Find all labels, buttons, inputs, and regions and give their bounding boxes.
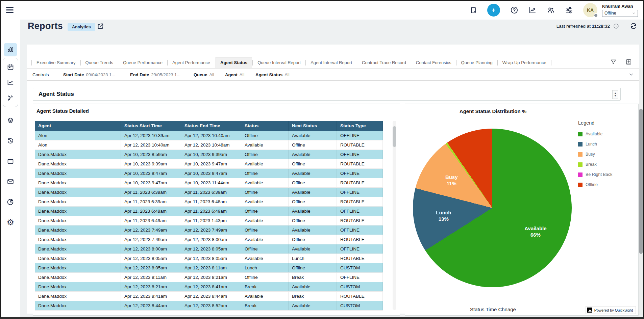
sidebar-item-calendar[interactable]: [4, 60, 17, 74]
table-cell: Offline: [241, 169, 289, 178]
sidebar-item-pie[interactable]: [4, 195, 17, 209]
column-header-status-type[interactable]: Status Type: [337, 121, 383, 131]
tab-agent-interval-report[interactable]: Agent Interval Report: [306, 57, 356, 68]
agent-status-pie-chart[interactable]: [413, 129, 572, 287]
sidebar-item-window[interactable]: [4, 155, 17, 168]
table-cell: Lunch: [289, 254, 337, 263]
users-icon[interactable]: [547, 6, 555, 14]
table-row[interactable]: AlonApr 12, 2023 10:39amApr 12, 2023 10:…: [35, 131, 383, 140]
column-header-status-end-time[interactable]: Status End Time: [181, 121, 241, 131]
bar-chart-icon: [7, 46, 14, 53]
controls-collapse-chevron-icon[interactable]: [628, 72, 634, 77]
table-row[interactable]: Dane.MaddoxApr 10, 2023 9:47amApr 10, 20…: [35, 178, 383, 188]
legend-swatch: [578, 152, 583, 157]
history-icon: [7, 137, 14, 145]
tab-agent-performance[interactable]: Agent Performance: [168, 57, 215, 68]
filter-agent-status[interactable]: Agent StatusAll: [255, 72, 290, 77]
table-cell: Dane.Maddox: [35, 159, 121, 168]
tab-contact-forensics[interactable]: Contact Forensics: [412, 57, 456, 68]
sidebar-item-design[interactable]: [4, 91, 17, 105]
table-row[interactable]: AlonApr 12, 2023 10:40amApr 12, 2023 10:…: [35, 140, 383, 150]
page-scrollbar-thumb[interactable]: [639, 109, 643, 254]
table-row[interactable]: Dane.MaddoxApr 11, 2023 6:38amApr 11, 20…: [35, 188, 383, 197]
sidebar-item-settings[interactable]: ⚙: [4, 215, 17, 229]
hamburger-menu-icon[interactable]: [6, 7, 14, 13]
table-cell: OFFLINE: [337, 244, 383, 254]
note-icon[interactable]: [470, 6, 477, 14]
left-sidebar: ⚙: [1, 20, 20, 317]
column-header-status[interactable]: Status: [241, 121, 289, 131]
table-scrollbar-thumb[interactable]: [393, 126, 396, 147]
sheet-title: Agent Status: [39, 91, 74, 98]
sidebar-item-analytics[interactable]: [4, 76, 17, 89]
table-row[interactable]: Dane.MaddoxApr 12, 2023 8:41amApr 12, 20…: [35, 292, 383, 301]
table-row[interactable]: Dane.MaddoxApr 12, 2023 8:44amApr 12, 20…: [35, 301, 383, 311]
info-icon[interactable]: [613, 23, 619, 29]
tab-queue-planning[interactable]: Queue Planning: [457, 57, 497, 68]
table-cell: Dane.Maddox: [35, 244, 121, 254]
column-header-agent[interactable]: Agent: [35, 121, 121, 131]
powered-by-quicksight-badge[interactable]: Powered by QuickSight: [586, 307, 636, 314]
mail-icon: [7, 178, 14, 185]
metrics-chart-icon[interactable]: [528, 6, 537, 14]
tab-queue-trends[interactable]: Queue Trends: [81, 57, 118, 68]
table-row[interactable]: Dane.MaddoxApr 12, 2023 8:11amApr 12, 20…: [35, 273, 383, 282]
tab-executive-summary[interactable]: Executive Summary: [32, 57, 80, 68]
table-row[interactable]: Dane.MaddoxApr 12, 2023 8:05amApr 12, 20…: [35, 254, 383, 263]
column-header-status-start-time[interactable]: Status Start Time: [121, 121, 181, 131]
table-row[interactable]: Dane.MaddoxApr 10, 2023 9:47amApr 10, 20…: [35, 169, 383, 178]
sheet-spinner-control[interactable]: ▲▼: [612, 90, 618, 99]
filter-icon[interactable]: [610, 59, 617, 65]
tab-contract-trace-record[interactable]: Contract Trace Record: [357, 57, 411, 68]
table-row[interactable]: Dane.MaddoxApr 10, 2023 9:39amApr 10, 20…: [35, 159, 383, 169]
refresh-icon[interactable]: [630, 22, 637, 30]
table-row[interactable]: Dane.MaddoxApr 12, 2023 8:05amApr 12, 20…: [35, 263, 383, 273]
tab-queue-performance[interactable]: Queue Performance: [119, 57, 167, 68]
filter-queue[interactable]: QueueAll: [194, 72, 214, 77]
legend-item-available[interactable]: Available: [578, 132, 636, 136]
legend-item-offline[interactable]: Offline: [578, 182, 636, 187]
filter-agent[interactable]: AgentAll: [225, 72, 244, 77]
filter-end-date[interactable]: End Date29/05/2023 1...: [130, 72, 180, 77]
table-row[interactable]: Dane.MaddoxApr 12, 2023 7:49amApr 12, 20…: [35, 225, 383, 235]
legend-item-break[interactable]: Break: [578, 162, 636, 167]
column-header-next-status[interactable]: Next Status: [289, 121, 337, 131]
table-cell: Apr 12, 2023 7:49am: [121, 235, 181, 244]
analytics-badge[interactable]: Analytics: [68, 23, 95, 31]
table-row[interactable]: Dane.MaddoxApr 12, 2023 7:49amApr 12, 20…: [35, 235, 383, 244]
table-row[interactable]: Dane.MaddoxApr 12, 2023 8:00amApr 12, 20…: [35, 244, 383, 254]
sidebar-item-history[interactable]: [4, 134, 17, 148]
table-scrollbar: [393, 121, 396, 310]
tab-queue-interval-report[interactable]: Queue Interval Report: [253, 57, 305, 68]
design-brush-icon: [7, 94, 14, 102]
avatar[interactable]: KA: [583, 3, 597, 17]
sliders-settings-icon[interactable]: [565, 6, 573, 14]
legend-item-lunch[interactable]: Lunch: [578, 142, 636, 147]
table-cell: Apr 12, 2023 8:00am: [181, 235, 241, 244]
sidebar-item-mail[interactable]: [4, 175, 17, 188]
help-icon[interactable]: [510, 6, 518, 14]
table-cell: Offline: [241, 225, 289, 235]
download-icon[interactable]: [625, 59, 632, 65]
quick-actions-bolt-icon[interactable]: [487, 4, 500, 17]
table-cell: Apr 12, 2023 8:21am: [121, 282, 181, 291]
table-row[interactable]: Dane.MaddoxApr 11, 2023 6:48amApr 11, 20…: [35, 207, 383, 216]
table-cell: Offline: [289, 216, 337, 225]
table-row[interactable]: Dane.MaddoxApr 12, 2023 8:21amApr 12, 20…: [35, 282, 383, 292]
table-cell: OFFLINE: [337, 131, 383, 140]
legend-item-be-right-back[interactable]: Be Right Back: [578, 172, 636, 177]
table-row[interactable]: Dane.MaddoxApr 11, 2023 6:39amApr 11, 20…: [35, 197, 383, 207]
legend-item-busy[interactable]: Busy: [578, 152, 636, 157]
table-cell: OFFLINE: [337, 273, 383, 282]
sidebar-item-layers[interactable]: [4, 114, 17, 127]
app-window: KA Khurram Awan Offline: [0, 0, 644, 319]
sidebar-item-reports[interactable]: [4, 43, 17, 56]
table-cell: Dane.Maddox: [35, 188, 121, 197]
external-link-icon[interactable]: [97, 23, 104, 30]
tab-wrap-up-performance[interactable]: Wrap-Up Performance: [498, 57, 551, 68]
filter-start-date[interactable]: Start Date09/04/2023 1...: [63, 72, 115, 77]
table-row[interactable]: Dane.MaddoxApr 10, 2023 8:59amApr 10, 20…: [35, 150, 383, 159]
table-row[interactable]: Dane.MaddoxApr 11, 2023 6:49amApr 11, 20…: [35, 216, 383, 225]
agent-status-select[interactable]: Offline: [602, 10, 638, 17]
tab-agent-status[interactable]: Agent Status: [216, 57, 252, 68]
